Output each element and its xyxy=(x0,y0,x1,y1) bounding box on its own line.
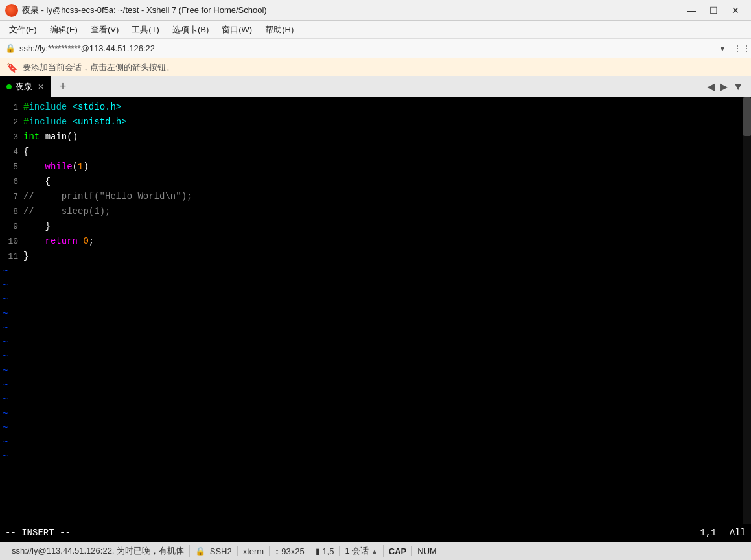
status-connection: ssh://ly@113.44.51.126:22, 为时已晚，有机体 xyxy=(6,545,190,557)
code-line-2: 2 #include <unistd.h> xyxy=(0,115,751,130)
code-line-4: 4 { xyxy=(0,145,751,159)
code-display: 1 #include <stdio.h> 2 #include <unistd.… xyxy=(0,97,751,466)
tab-close-button[interactable]: ✕ xyxy=(38,82,44,91)
address-bar: 🔒 ssh://ly:**********@113.44.51.126:22 ▼… xyxy=(0,39,751,58)
menu-tools[interactable]: 工具(T) xyxy=(125,21,166,38)
bookmark-text: 要添加当前会话，点击左侧的箭头按钮。 xyxy=(23,62,174,73)
menu-view[interactable]: 查看(V) xyxy=(84,21,125,38)
bookmark-icon: 🔖 xyxy=(6,62,17,73)
tilde-5: ~ xyxy=(0,321,751,335)
tab-prev-button[interactable]: ◀ xyxy=(704,79,717,94)
tilde-1: ~ xyxy=(0,264,751,278)
bookmark-bar: 🔖 要添加当前会话，点击左侧的箭头按钮。 xyxy=(0,58,751,76)
code-line-10: 10 return 0; xyxy=(0,234,751,249)
status-signal: ▮ 1,5 xyxy=(310,546,340,556)
close-button[interactable]: ✕ xyxy=(725,4,746,17)
menu-tabs[interactable]: 选项卡(B) xyxy=(166,21,215,38)
address-text: ssh://ly:**********@113.44.51.126:22 xyxy=(19,43,715,53)
tab-menu-button[interactable]: ▼ xyxy=(730,80,746,94)
maximize-button[interactable]: ☐ xyxy=(703,4,724,17)
terminal-area[interactable]: 1 #include <stdio.h> 2 #include <unistd.… xyxy=(0,97,751,524)
lock-icon: 🔒 xyxy=(5,43,16,53)
code-line-8: 8 // sleep(1); xyxy=(0,204,751,219)
tilde-13: ~ xyxy=(0,435,751,449)
status-dimensions: ↕ 93x25 xyxy=(270,546,310,556)
vim-scroll: All xyxy=(730,528,746,538)
status-bar: ssh://ly@113.44.51.126:22, 为时已晚，有机体 🔒 SS… xyxy=(0,542,751,560)
tilde-9: ~ xyxy=(0,378,751,392)
vim-mode: -- INSERT -- xyxy=(5,528,700,538)
code-line-9: 9 } xyxy=(0,219,751,234)
tab-bar: 夜泉 ✕ + ◀ ▶ ▼ xyxy=(0,76,751,97)
tilde-11: ~ xyxy=(0,406,751,421)
code-line-6: 6 { xyxy=(0,174,751,189)
tab-label: 夜泉 xyxy=(16,81,32,93)
menu-bar: 文件(F) 编辑(E) 查看(V) 工具(T) 选项卡(B) 窗口(W) 帮助(… xyxy=(0,21,751,39)
menu-window[interactable]: 窗口(W) xyxy=(215,21,259,38)
sidebar-toggle[interactable]: ⋮⋮ xyxy=(733,43,746,54)
code-line-7: 7 // printf("Hello World\n"); xyxy=(0,189,751,204)
tab-nav-buttons: ◀ ▶ ▼ xyxy=(704,79,751,94)
terminal-scrollbar[interactable] xyxy=(743,97,751,524)
vim-status-bar: -- INSERT -- 1,1 All xyxy=(0,524,751,542)
tab-next-button[interactable]: ▶ xyxy=(717,79,730,94)
window-controls: — ☐ ✕ xyxy=(681,4,746,17)
tilde-2: ~ xyxy=(0,278,751,292)
scroll-thumb[interactable] xyxy=(743,97,751,136)
tilde-14: ~ xyxy=(0,449,751,463)
tilde-4: ~ xyxy=(0,307,751,321)
tab-status-dot xyxy=(6,84,12,89)
status-num: NUM xyxy=(412,546,442,556)
lock-status-icon: 🔒 xyxy=(195,546,205,556)
vim-position: 1,1 xyxy=(700,528,717,538)
status-encryption: 🔒 SSH2 xyxy=(190,546,238,556)
sessions-up-icon: ▲ xyxy=(371,548,378,555)
code-line-11: 11 } xyxy=(0,249,751,264)
title-bar: 夜泉 - ly@hcss-ecs-0f5a: ~/test - Xshell 7… xyxy=(0,0,751,21)
tab-yequan[interactable]: 夜泉 ✕ xyxy=(0,76,51,97)
tilde-7: ~ xyxy=(0,349,751,364)
code-line-1: 1 #include <stdio.h> xyxy=(0,100,751,115)
app-icon xyxy=(5,4,18,17)
tab-add-button[interactable]: + xyxy=(54,78,72,96)
menu-file[interactable]: 文件(F) xyxy=(3,21,43,38)
minimize-button[interactable]: — xyxy=(681,4,702,17)
menu-help[interactable]: 帮助(H) xyxy=(259,21,300,38)
status-sessions: 1 会话 ▲ xyxy=(340,545,383,557)
code-line-3: 3 int main() xyxy=(0,130,751,145)
status-terminal: xterm xyxy=(238,546,270,556)
code-line-5: 5 while(1) xyxy=(0,159,751,174)
menu-edit[interactable]: 编辑(E) xyxy=(43,21,84,38)
status-cap: CAP xyxy=(384,546,412,556)
tilde-6: ~ xyxy=(0,335,751,349)
expand-button[interactable]: ▼ xyxy=(715,43,730,54)
tilde-12: ~ xyxy=(0,421,751,435)
tilde-10: ~ xyxy=(0,392,751,406)
tilde-3: ~ xyxy=(0,292,751,307)
tilde-8: ~ xyxy=(0,364,751,378)
window-title: 夜泉 - ly@hcss-ecs-0f5a: ~/test - Xshell 7… xyxy=(22,5,681,16)
